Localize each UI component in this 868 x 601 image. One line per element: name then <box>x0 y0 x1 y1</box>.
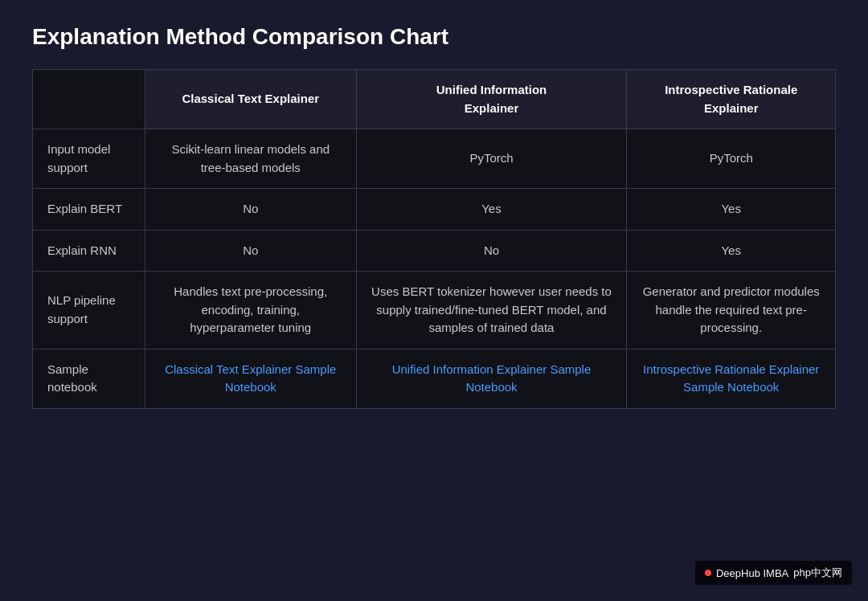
cell-bert-introspective: Yes <box>627 189 836 231</box>
row-header-explain-rnn: Explain RNN <box>33 230 145 272</box>
cell-input-classical: Scikit-learn linear models and tree-base… <box>145 129 357 189</box>
cell-sample-unified: Unified Information Explainer Sample Not… <box>356 349 627 408</box>
table-row: NLP pipeline support Handles text pre-pr… <box>33 272 836 350</box>
cell-bert-classical: No <box>145 189 357 231</box>
comparison-table: Classical Text Explainer Unified Informa… <box>32 69 836 409</box>
cell-nlp-classical: Handles text pre-processing, encoding, t… <box>145 272 357 350</box>
header-classical: Classical Text Explainer <box>145 70 357 129</box>
header-unified: Unified Information Explainer <box>356 70 627 129</box>
cell-rnn-introspective: Yes <box>627 230 836 272</box>
table-row: Explain RNN No No Yes <box>33 230 836 272</box>
cell-rnn-classical: No <box>145 230 357 272</box>
cell-input-introspective: PyTorch <box>627 129 836 189</box>
link-introspective-notebook[interactable]: Introspective Rationale Explainer Sample… <box>643 362 819 395</box>
header-introspective: Introspective Rationale Explainer <box>627 70 836 129</box>
row-header-nlp: NLP pipeline support <box>33 272 145 350</box>
watermark-sub: php中文网 <box>793 566 842 580</box>
header-introspective-line2: Explainer <box>704 101 759 115</box>
watermark-dot <box>705 570 711 576</box>
cell-sample-introspective: Introspective Rationale Explainer Sample… <box>627 349 836 408</box>
row-header-input-model: Input model support <box>33 129 145 189</box>
cell-nlp-unified: Uses BERT tokenizer however user needs t… <box>356 272 627 350</box>
link-unified-notebook[interactable]: Unified Information Explainer Sample Not… <box>392 362 592 395</box>
header-empty <box>33 70 145 129</box>
cell-input-unified: PyTorch <box>356 129 627 189</box>
table-row: Sample notebook Classical Text Explainer… <box>33 349 836 408</box>
cell-nlp-introspective: Generator and predictor modules handle t… <box>627 272 836 350</box>
row-header-sample: Sample notebook <box>33 349 145 408</box>
cell-bert-unified: Yes <box>356 189 627 231</box>
header-unified-line2: Explainer <box>465 101 519 115</box>
link-classical-notebook[interactable]: Classical Text Explainer Sample Notebook <box>165 362 336 395</box>
watermark: DeepHub IMBA php中文网 <box>695 561 852 585</box>
page-title: Explanation Method Comparison Chart <box>32 24 836 50</box>
header-unified-line1: Unified Information <box>436 83 547 96</box>
header-introspective-line1: Introspective Rationale <box>665 83 797 96</box>
table-row: Explain BERT No Yes Yes <box>33 189 836 231</box>
row-header-explain-bert: Explain BERT <box>33 189 145 231</box>
cell-rnn-unified: No <box>356 230 627 272</box>
page-container: Explanation Method Comparison Chart Clas… <box>32 24 836 409</box>
watermark-brand: DeepHub IMBA <box>716 567 788 579</box>
table-row: Input model support Scikit-learn linear … <box>33 129 836 189</box>
cell-sample-classical: Classical Text Explainer Sample Notebook <box>145 349 357 408</box>
